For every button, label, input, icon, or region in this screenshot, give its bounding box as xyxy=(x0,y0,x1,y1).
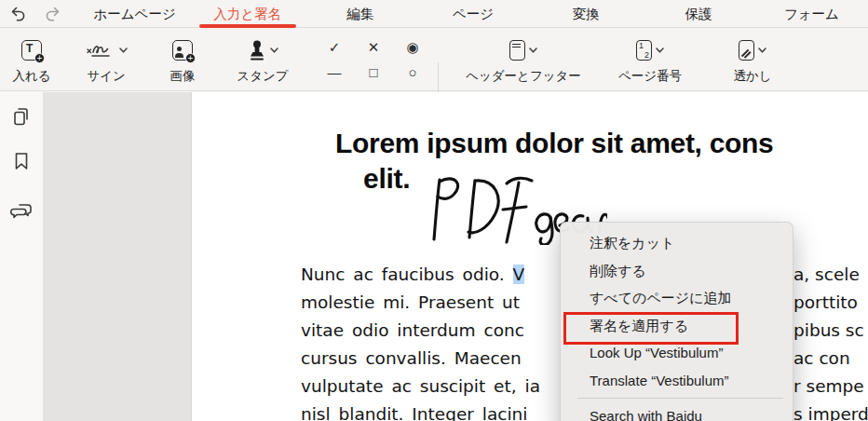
circle-tool[interactable]: ○ xyxy=(393,60,432,85)
image-icon: + xyxy=(172,40,193,61)
checkmark-tool[interactable]: ✓ xyxy=(315,34,354,60)
image-label: 画像 xyxy=(156,68,209,85)
left-icon-rail xyxy=(0,92,43,421)
doc-heading-line2: elit. xyxy=(363,163,410,195)
tab-protect[interactable]: 保護 xyxy=(643,0,755,28)
tab-convert[interactable]: 変換 xyxy=(530,0,643,28)
selected-word: V xyxy=(513,265,525,284)
crossmark-tool[interactable]: ✕ xyxy=(354,34,393,60)
stamp-label: スタンプ xyxy=(227,68,298,85)
image-button[interactable]: + 画像 xyxy=(156,34,209,85)
page-number-label: ページ番号 xyxy=(613,68,687,85)
history-buttons xyxy=(7,4,63,24)
insert-text-icon: T+ xyxy=(21,40,42,61)
pdf-editor-window: ホームページ 入力と署名 編集 ページ 変換 保護 フォーム T+ 入れる xyxy=(0,0,868,421)
menu-divider xyxy=(577,398,783,399)
page-number-button[interactable]: 1 2 ページ番号 xyxy=(613,34,687,85)
page-thumbnails-icon xyxy=(10,105,33,128)
menu-item-apply-signature[interactable]: 署名を適用する xyxy=(561,312,793,340)
page-number-icon-digit-1: 1 xyxy=(639,41,644,50)
fill-sign-toolbar: T+ 入れる サイン + 画像 xyxy=(0,29,868,91)
menu-item-look-up[interactable]: Look Up “Vestibulum” xyxy=(561,339,793,367)
doc-body-line: cursus convallis. Maecen xyxy=(301,348,522,368)
watermark-label: 透かし xyxy=(715,68,790,85)
header-footer-label: ヘッダーとフッター xyxy=(454,68,592,85)
page-number-icon-digit-2: 2 xyxy=(644,50,649,60)
body-text-fragment: porttito xyxy=(793,292,868,312)
undo-icon xyxy=(9,6,26,22)
body-text-fragment: s imperd xyxy=(793,404,868,421)
menu-item-add-to-all-pages[interactable]: すべてのページに追加 xyxy=(561,284,793,312)
navigation-panel[interactable] xyxy=(43,92,192,421)
context-menu: 注釈をカット 削除する すべてのページに追加 署名を適用する Look Up “… xyxy=(560,222,793,421)
fill-shapes-grid: ✓ ✕ ◉ — □ ○ xyxy=(315,34,432,85)
menu-item-search-with[interactable]: Search with Baidu xyxy=(561,402,793,421)
redo-button[interactable] xyxy=(43,4,63,24)
doc-body-line: nisl blandit. Integer lacini xyxy=(301,404,527,421)
ribbon-tabs: ホームページ 入力と署名 編集 ページ 変換 保護 フォーム xyxy=(78,0,868,28)
insert-text-label: 入れる xyxy=(6,68,58,85)
tab-fill-and-sign[interactable]: 入力と署名 xyxy=(191,0,304,28)
bookmark-icon xyxy=(10,150,33,172)
page-thumbnails-button[interactable] xyxy=(10,105,33,128)
doc-body-line: molestie mi. Praesent ut xyxy=(301,292,520,312)
bookmarks-button[interactable] xyxy=(10,150,33,172)
comments-button[interactable] xyxy=(10,200,33,223)
body-text-fragment: ac con xyxy=(793,348,868,368)
insert-text-button[interactable]: T+ 入れる xyxy=(6,34,58,85)
line-tool[interactable]: — xyxy=(315,60,354,85)
body-text: Nunc ac faucibus odio. xyxy=(301,265,513,284)
sign-button[interactable]: サイン xyxy=(76,34,136,85)
watermark-icon xyxy=(739,40,754,61)
stamp-button[interactable]: スタンプ xyxy=(227,34,298,85)
doc-body-line: vulputate ac suscipit et, ia xyxy=(301,376,540,396)
comments-icon xyxy=(10,200,34,223)
undo-button[interactable] xyxy=(7,4,28,24)
header-footer-button[interactable]: ヘッダーとフッター xyxy=(454,34,592,85)
menu-item-translate[interactable]: Translate “Vestibulum” xyxy=(561,367,793,395)
chevron-down-icon xyxy=(758,48,766,53)
chevron-down-icon xyxy=(270,48,278,53)
body-text-fragment: a, scele xyxy=(793,265,868,284)
dot-tool[interactable]: ◉ xyxy=(393,34,432,60)
doc-heading-line1: Lorem ipsum dolor sit amet, cons xyxy=(335,128,774,159)
header-footer-icon xyxy=(509,40,525,61)
chevron-down-icon xyxy=(656,48,664,53)
tab-page[interactable]: ページ xyxy=(416,0,529,28)
rectangle-tool[interactable]: □ xyxy=(354,60,393,85)
redo-icon xyxy=(45,6,61,22)
menu-item-cut-annotation[interactable]: 注釈をカット xyxy=(561,229,793,257)
tab-home[interactable]: ホームページ xyxy=(78,0,191,28)
tab-edit[interactable]: 編集 xyxy=(304,0,416,28)
page-number-icon: 1 2 xyxy=(636,40,652,61)
body-text-fragment: pibus sc xyxy=(793,320,868,340)
ribbon-tab-bar: ホームページ 入力と署名 編集 ページ 変換 保護 フォーム xyxy=(0,0,868,28)
doc-body-line: Nunc ac faucibus odio. V xyxy=(301,265,524,284)
signature-icon xyxy=(86,42,115,59)
tab-form[interactable]: フォーム xyxy=(755,0,868,28)
chevron-down-icon xyxy=(529,48,537,53)
body-text-fragment: r sempe xyxy=(793,376,868,396)
watermark-button[interactable]: 透かし xyxy=(715,34,790,85)
chevron-down-icon xyxy=(119,48,128,53)
sign-label: サイン xyxy=(76,68,136,85)
menu-item-delete[interactable]: 削除する xyxy=(561,257,793,285)
stamp-icon xyxy=(248,40,266,61)
doc-body-line: vitae odio interdum conc xyxy=(301,320,524,340)
